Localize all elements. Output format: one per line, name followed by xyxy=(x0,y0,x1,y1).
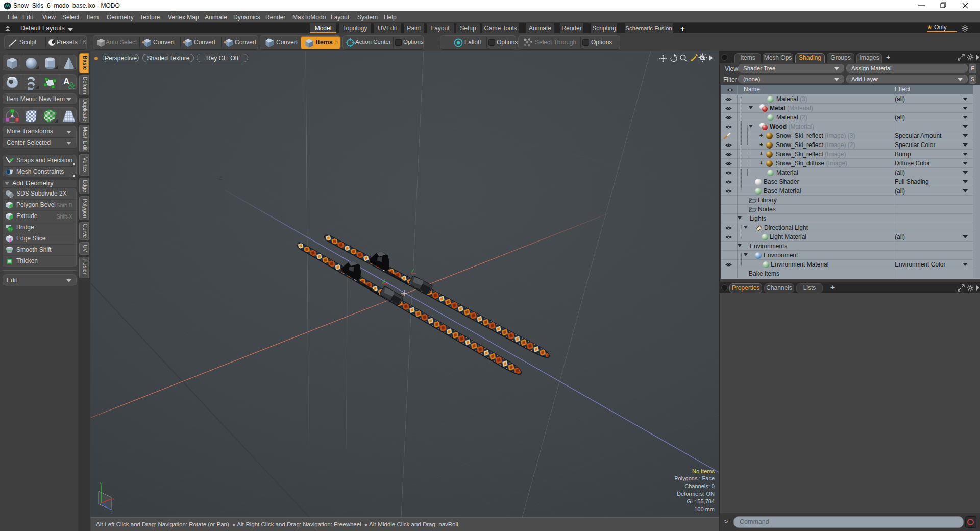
svg-text:Y: Y xyxy=(100,481,103,487)
svg-text:+X: +X xyxy=(600,207,607,213)
svg-text:x: x xyxy=(112,496,115,501)
svg-text:-Z: -Z xyxy=(217,175,223,181)
svg-text:&: & xyxy=(68,80,76,91)
svg-text:z: z xyxy=(111,510,113,515)
